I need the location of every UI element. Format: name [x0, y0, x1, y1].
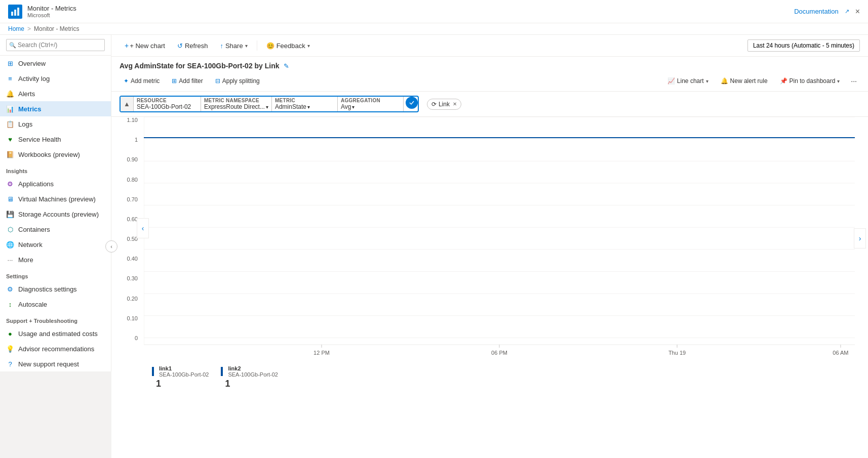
chart-title: Avg AdminState for SEA-100Gb-Port-02 by …	[120, 62, 280, 70]
edit-title-icon[interactable]: ✎	[284, 62, 289, 70]
y-label: 0.40	[127, 256, 138, 262]
overview-icon: ⊞	[6, 59, 14, 67]
sidebar-item-label: Containers	[18, 226, 50, 233]
sidebar-item-activity-log[interactable]: ≡ Activity log	[0, 71, 111, 86]
feedback-button[interactable]: 😊 Feedback ▾	[261, 39, 315, 52]
namespace-chevron-icon[interactable]: ▾	[266, 104, 268, 110]
refresh-button[interactable]: ↺ Refresh	[172, 39, 213, 52]
sidebar-item-label: New support request	[18, 360, 79, 368]
settings-section-header: Settings	[0, 267, 111, 281]
legend-sub-link2: SEA-100Gb-Port-02	[228, 371, 278, 378]
sidebar-item-support-request[interactable]: ? New support request	[0, 356, 111, 371]
toolbar-separator	[257, 40, 257, 51]
sidebar-item-label: Storage Accounts (preview)	[18, 211, 99, 218]
sidebar-item-network[interactable]: 🌐 Network	[0, 237, 111, 252]
new-alert-label: New alert rule	[730, 77, 768, 85]
chart-nav-right-button[interactable]: ›	[854, 228, 866, 248]
activity-log-icon: ≡	[6, 74, 14, 82]
pin-dashboard-button[interactable]: 📌 Pin to dashboard ▾	[776, 75, 844, 87]
add-metric-button[interactable]: ✦ Add metric	[120, 75, 164, 87]
sidebar-item-applications[interactable]: ⚙ Applications	[0, 176, 111, 191]
pin-icon: 📌	[780, 77, 787, 85]
search-input[interactable]	[6, 39, 105, 51]
link-tag-icon: ⟳	[431, 101, 437, 108]
sidebar-item-diagnostics[interactable]: ⚙ Diagnostics settings	[0, 281, 111, 297]
legend-header-link1: link1 SEA-100Gb-Port-02	[152, 365, 209, 378]
sidebar-item-storage[interactable]: 💾 Storage Accounts (preview)	[0, 206, 111, 222]
metric-selector-row: ▲ RESOURCE METRIC NAMESPACE ExpressRoute…	[111, 92, 868, 117]
legend-item-link1: link1 SEA-100Gb-Port-02 1	[152, 365, 209, 389]
aggregation-field: AGGREGATION Avg ▾	[338, 97, 404, 111]
sidebar-item-autoscale[interactable]: ↕ Autoscale	[0, 297, 111, 312]
metrics-icon: 📊	[6, 105, 14, 113]
legend-color-link2	[221, 367, 223, 376]
svg-text:Thu 19: Thu 19	[668, 350, 686, 356]
link-tag[interactable]: ⟳ Link ✕	[427, 99, 461, 110]
link-tag-close-icon[interactable]: ✕	[453, 101, 457, 107]
sidebar-item-overview[interactable]: ⊞ Overview	[0, 56, 111, 71]
sidebar-item-workbooks[interactable]: 📔 Workbooks (preview)	[0, 147, 111, 162]
top-bar: Monitor - Metrics Microsoft Documentatio…	[0, 0, 868, 23]
apply-splitting-button[interactable]: ⊟ Apply splitting	[211, 75, 264, 87]
line-chart-button[interactable]: 📈 Line chart ▾	[663, 75, 713, 87]
chart-legend: link1 SEA-100Gb-Port-02 1 link2 SEA-100G…	[111, 361, 868, 393]
legend-value-link2: 1	[221, 379, 230, 389]
sidebar-item-advisor[interactable]: 💡 Advisor recommendations	[0, 341, 111, 356]
sidebar-item-service-health[interactable]: ♥ Service Health	[0, 132, 111, 147]
insights-section-header: Insights	[0, 162, 111, 176]
metric-selector-expand[interactable]: ▲	[121, 97, 134, 111]
feedback-chevron-icon: ▾	[307, 43, 310, 49]
add-filter-button[interactable]: ⊞ Add filter	[168, 75, 207, 87]
new-alert-button[interactable]: 🔔 New alert rule	[717, 75, 772, 87]
sidebar-item-label: More	[18, 256, 33, 264]
logs-icon: 📋	[6, 120, 14, 128]
add-metric-icon: ✦	[124, 77, 129, 85]
resource-input[interactable]	[137, 103, 198, 110]
more-options-button[interactable]: ···	[848, 75, 860, 87]
new-chart-button[interactable]: + + New chart	[120, 39, 170, 52]
sidebar-collapse-button[interactable]: ‹	[105, 240, 117, 253]
chart-container: ‹ 1.10 1 0.90 0.80 0.70 0.60 0.50 0.40 0…	[111, 117, 868, 361]
sidebar-item-usage-costs[interactable]: ● Usage and estimated costs	[0, 326, 111, 341]
metric-label: METRIC	[275, 98, 334, 103]
sidebar-item-label: Alerts	[18, 90, 35, 98]
sidebar-item-metrics[interactable]: 📊 Metrics	[0, 101, 111, 116]
close-button[interactable]: ×	[855, 7, 860, 16]
sidebar-item-alerts[interactable]: 🔔 Alerts	[0, 86, 111, 101]
applications-icon: ⚙	[6, 180, 14, 188]
workbooks-icon: 📔	[6, 150, 14, 158]
chart-nav-left-button[interactable]: ‹	[137, 218, 149, 238]
add-filter-icon: ⊞	[172, 77, 177, 85]
sidebar-item-containers[interactable]: ⬡ Containers	[0, 222, 111, 237]
add-filter-label: Add filter	[179, 77, 203, 85]
chart-svg: 12 PM 06 PM Thu 19 06 AM	[144, 117, 855, 360]
svg-rect-0	[11, 12, 13, 16]
sidebar-item-label: Network	[18, 241, 43, 248]
svg-text:12 PM: 12 PM	[313, 350, 330, 356]
metric-chevron-icon[interactable]: ▾	[307, 104, 310, 110]
svg-text:06 PM: 06 PM	[491, 350, 507, 356]
metric-confirm-button[interactable]	[406, 97, 418, 109]
alerts-icon: 🔔	[6, 90, 14, 98]
sidebar-item-more[interactable]: ··· More	[0, 252, 111, 267]
diagnostics-icon: ⚙	[6, 285, 14, 293]
time-range-button[interactable]: Last 24 hours (Automatic - 5 minutes)	[747, 39, 860, 52]
filter-bar: ✦ Add metric ⊞ Add filter ⊟ Apply splitt…	[111, 73, 868, 92]
legend-value-link1: 1	[152, 379, 161, 389]
breadcrumb: Home > Monitor - Metrics	[0, 23, 868, 35]
aggregation-chevron-icon[interactable]: ▾	[352, 104, 354, 110]
y-label: 0.10	[127, 315, 138, 321]
sidebar-item-label: Advisor recommendations	[18, 345, 94, 353]
sidebar-item-label: Metrics	[18, 105, 42, 113]
breadcrumb-home[interactable]: Home	[8, 25, 24, 32]
sidebar-item-virtual-machines[interactable]: 🖥 Virtual Machines (preview)	[0, 191, 111, 206]
legend-label-link1: link1	[159, 365, 209, 371]
chart-area: 1.10 1 0.90 0.80 0.70 0.60 0.50 0.40 0.3…	[120, 117, 860, 361]
sidebar-item-logs[interactable]: 📋 Logs	[0, 116, 111, 132]
share-button[interactable]: ↑ Share ▾	[215, 39, 252, 52]
documentation-link[interactable]: Documentation	[794, 8, 838, 15]
y-label: 0.70	[127, 196, 138, 202]
sidebar-item-label: Service Health	[18, 136, 61, 143]
sidebar-search-wrapper: 🔍	[6, 39, 105, 51]
pin-chevron-icon: ▾	[837, 78, 840, 84]
